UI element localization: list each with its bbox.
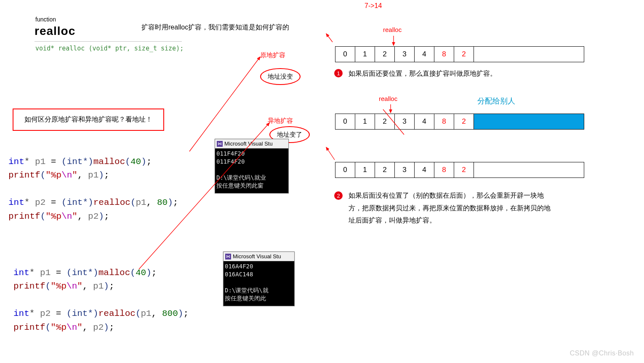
- cell-tail: [474, 47, 584, 62]
- cell: 1: [355, 114, 375, 129]
- console-window-1: ⋈ Microsoft Visual Stu 011F4F20 011F4F20…: [215, 139, 289, 193]
- move-note: 地址变了: [277, 131, 302, 139]
- cell: 2: [454, 47, 474, 62]
- console-header: ⋈ Microsoft Visual Stu: [215, 139, 288, 148]
- realloc-label-1: realloc: [383, 26, 402, 33]
- inplace-note: 地址没变: [268, 73, 293, 81]
- bullet-2: 2: [334, 191, 343, 200]
- cell: 4: [415, 47, 434, 62]
- cell: 3: [395, 162, 415, 178]
- cell: 2: [375, 114, 395, 129]
- cell: 8: [434, 162, 454, 178]
- cell: 3: [395, 114, 415, 129]
- cell-tail: [474, 162, 584, 178]
- bullet-1-text: 如果后面还要位置，那么直接扩容叫做原地扩容。: [349, 67, 497, 80]
- console-body-1: 011F4F20 011F4F20 D:\课堂代码\就业 按任意键关闭此窗: [215, 148, 288, 193]
- cell: 1: [355, 162, 375, 178]
- divider: [35, 41, 182, 42]
- memory-strip-2: 0 1 2 3 4 8 2: [335, 114, 584, 130]
- cell: 4: [415, 162, 434, 178]
- function-signature: void* realloc (void* ptr, size_t size);: [35, 45, 184, 52]
- inplace-title: 原地扩容: [260, 51, 285, 59]
- cell: 3: [395, 47, 415, 62]
- cell: 2: [375, 162, 395, 178]
- code-block-1: int* p1 = (int*)malloc(40); printf("%p\n…: [8, 141, 178, 223]
- console-header: ⋈ Microsoft Visual Stu: [224, 252, 294, 261]
- console-body-2: 016A4F20 016AC148 D:\课堂代码\就 按任意键关闭此: [224, 261, 294, 306]
- note-box: 如何区分原地扩容和异地扩容呢？看地址！: [13, 109, 164, 131]
- intro-text: 扩容时用realloc扩容，我们需要知道是如何扩容的: [141, 23, 289, 32]
- note-box-text: 如何区分原地扩容和异地扩容呢？看地址！: [24, 116, 152, 123]
- function-name: realloc: [35, 24, 75, 38]
- console-window-2: ⋈ Microsoft Visual Stu 016A4F20 016AC148…: [223, 252, 295, 306]
- header-annotation: 7->14: [365, 2, 382, 10]
- realloc-label-2: realloc: [379, 95, 397, 102]
- watermark: CSDN @Chris·Bosh: [570, 350, 634, 357]
- inplace-oval: 地址没变: [260, 68, 301, 85]
- cell: 4: [415, 114, 434, 129]
- function-label: function: [35, 16, 56, 23]
- bullet-2-text: 如果后面没有位置了（别的数据在后面），那么会重新开辟一块地方，把原数据拷贝过来，…: [349, 189, 555, 227]
- move-title: 异地扩容: [268, 117, 293, 125]
- cell: 2: [375, 47, 395, 62]
- cell: 8: [434, 47, 454, 62]
- vs-icon: ⋈: [217, 141, 223, 147]
- code-block-2: int* p1 = (int*)malloc(40); printf("%p\n…: [13, 252, 189, 334]
- cell: 8: [434, 114, 454, 129]
- cell: 2: [454, 114, 474, 129]
- cell: 0: [335, 162, 355, 178]
- svg-line-0: [189, 57, 260, 151]
- svg-line-3: [326, 34, 333, 42]
- cell: 1: [355, 47, 375, 62]
- memory-strip-3: 0 1 2 3 4 8 2: [335, 162, 584, 178]
- console-title: Microsoft Visual Stu: [233, 253, 281, 260]
- other-alloc-label: 分配给别人: [477, 96, 515, 106]
- cell-tail-occupied: [474, 114, 584, 129]
- svg-line-6: [326, 147, 335, 160]
- cell: 0: [335, 114, 355, 129]
- memory-strip-1: 0 1 2 3 4 8 2: [335, 46, 584, 62]
- vs-icon: ⋈: [225, 254, 231, 260]
- bullet-1: 1: [334, 69, 343, 77]
- cell: 0: [335, 47, 355, 62]
- console-title: Microsoft Visual Stu: [224, 140, 273, 147]
- cell: 2: [454, 162, 474, 178]
